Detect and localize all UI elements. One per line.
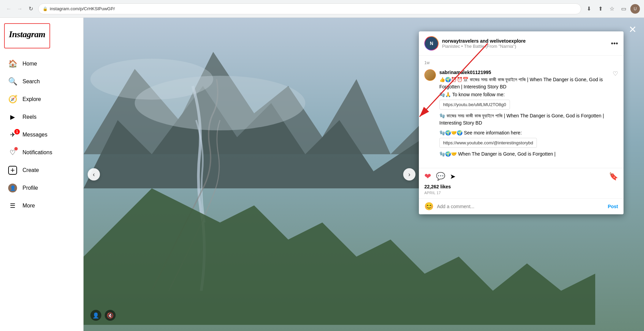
more-icon: ☰ <box>8 201 17 210</box>
sidebar-label-profile: Profile <box>23 185 38 191</box>
comment-follow: 🧤🙏 To know more follow me: <box>439 91 609 98</box>
comment-link-2[interactable]: https://www.youtube.com/@interestingstor… <box>439 138 537 148</box>
sidebar-label-reels: Reels <box>23 114 36 120</box>
messages-badge: 1 <box>14 129 20 134</box>
post-comments[interactable]: 1w sabrinamalek01121995 👍🌍⏰⏰📅 কাজের সময়… <box>419 56 624 168</box>
emoji-picker-button[interactable]: 😊 <box>424 202 434 211</box>
post-user-info: norwaytravelers and welivetoexplore Pian… <box>442 38 608 49</box>
post-actions: ❤ 💬 ➤ 🔖 22,262 likes APRIL 17 <box>419 168 624 199</box>
share-button[interactable]: ➤ <box>450 172 456 181</box>
sidebar-item-reels[interactable]: ▶ Reels <box>4 109 79 126</box>
tablet-button[interactable]: ▭ <box>619 4 628 14</box>
sidebar-item-create[interactable]: + Create <box>4 162 79 179</box>
chevron-left-icon: ‹ <box>93 171 95 178</box>
comment-item: sabrinamalek01121995 👍🌍⏰⏰📅 কাজের সময় কা… <box>424 69 618 158</box>
comment-input-area: 😊 Post <box>419 199 624 214</box>
browser-nav-buttons: ← → ↻ <box>4 4 35 14</box>
home-icon: 🏠 <box>8 59 17 68</box>
share-button[interactable]: ⬆ <box>596 4 605 14</box>
video-user-icon[interactable]: 👤 <box>90 310 101 321</box>
video-mute-icon[interactable]: 🔇 <box>105 310 116 321</box>
comment-emoji-icons: 👍🌍⏰⏰📅 <box>439 77 468 82</box>
comment-see-more: 🧤🌍🤝🌍 See more information here: <box>439 129 609 136</box>
sidebar-item-more[interactable]: ☰ More <box>4 197 79 214</box>
post-modal: N norwaytravelers and welivetoexplore Pi… <box>419 31 624 214</box>
sidebar-nav: 🏠 Home 🔍 Search 🧭 Explore ▶ Reels ✈ Mess… <box>4 55 79 215</box>
url-text: instagram.com/p/CrHKSlPuwGP/ <box>50 6 577 11</box>
lock-icon: 🔒 <box>43 6 48 11</box>
address-bar[interactable]: 🔒 instagram.com/p/CrHKSlPuwGP/ <box>38 3 581 14</box>
instagram-logo[interactable]: Instagram <box>4 23 50 48</box>
comment-link-1[interactable]: https://youtu.be/uMLMU2TO8g0 <box>439 100 510 110</box>
explore-icon: 🧭 <box>8 95 17 104</box>
comment-emojis: 👍🌍⏰⏰📅 কাজের সময় কাজী কাজ ফুরাইলে পাজি |… <box>439 76 609 90</box>
post-subtitle: Pianistec • The Battle (From "Narnia") <box>442 44 608 49</box>
logo-text: Instagram <box>9 29 45 39</box>
create-icon: + <box>8 166 17 175</box>
notifications-icon: ♡ <box>8 148 17 157</box>
sidebar-item-home[interactable]: 🏠 Home <box>4 55 79 72</box>
sidebar-label-more: More <box>23 203 35 209</box>
follow-text: 🧤🙏 To know more follow me: <box>439 92 505 97</box>
comment-avatar-image <box>425 70 436 81</box>
like-button[interactable]: ❤ <box>424 172 431 181</box>
browser-action-buttons: ⬇ ⬆ ☆ ▭ U <box>584 4 640 14</box>
back-button[interactable]: ← <box>4 4 14 14</box>
comment-more-bengali: 🧤 কাজের সময় কাজী কাজ ফুরাইলে পাজি | Whe… <box>439 112 609 127</box>
post-username[interactable]: norwaytravelers and welivetoexplore <box>442 38 608 44</box>
sidebar: Instagram 🏠 Home 🔍 Search 🧭 Explore ▶ Re… <box>0 18 84 331</box>
post-timestamp: 1w <box>424 60 618 65</box>
post-header: N norwaytravelers and welivetoexplore Pi… <box>419 31 624 56</box>
comment-avatar[interactable] <box>424 69 436 81</box>
prev-arrow[interactable]: ‹ <box>88 168 100 181</box>
sidebar-item-notifications[interactable]: ♡ Notifications <box>4 144 79 161</box>
action-icons-row: ❤ 💬 ➤ 🔖 <box>424 172 618 181</box>
comment-truncated: 🧤🌍🤝 When The Danger is Gone, God is Forg… <box>439 150 609 158</box>
svg-point-5 <box>90 59 213 100</box>
comment-input[interactable] <box>437 204 604 209</box>
profile-icon: 👤 <box>8 184 17 192</box>
comment-button[interactable]: 💬 <box>436 172 445 181</box>
sidebar-label-notifications: Notifications <box>23 149 52 156</box>
sidebar-item-explore[interactable]: 🧭 Explore <box>4 91 79 108</box>
reels-icon: ▶ <box>8 113 17 121</box>
sidebar-label-search: Search <box>23 78 40 85</box>
main-content: 👤 🔇 ‹ › ✕ N norwaytravelers and weliveto… <box>84 18 644 331</box>
comment-body: sabrinamalek01121995 👍🌍⏰⏰📅 কাজের সময় কা… <box>439 69 609 158</box>
post-avatar-inner: N <box>425 37 438 50</box>
bookmark-button[interactable]: ☆ <box>607 4 617 14</box>
save-button[interactable]: 🔖 <box>609 172 618 181</box>
likes-count: 22,262 likes <box>424 184 618 189</box>
comment-username[interactable]: sabrinamalek01121995 <box>439 70 491 75</box>
search-icon: 🔍 <box>8 77 17 86</box>
video-controls: 👤 🔇 <box>90 310 116 321</box>
sidebar-label-create: Create <box>23 167 39 173</box>
sidebar-label-messages: Messages <box>23 132 47 138</box>
post-comment-button[interactable]: Post <box>608 204 618 209</box>
sidebar-item-profile[interactable]: 👤 Profile <box>4 179 79 197</box>
browser-profile-avatar[interactable]: U <box>630 4 640 14</box>
more-options-button[interactable]: ••• <box>611 40 618 47</box>
reload-button[interactable]: ↻ <box>26 4 35 14</box>
close-button[interactable]: ✕ <box>626 23 639 35</box>
next-arrow[interactable]: › <box>403 168 415 181</box>
see-more-text: 🧤🌍🤝🌍 See more information here: <box>439 130 522 135</box>
post-date: APRIL 17 <box>424 191 618 195</box>
post-avatar: N <box>424 36 439 51</box>
forward-button[interactable]: → <box>15 4 25 14</box>
chevron-right-icon: › <box>408 171 410 178</box>
sidebar-item-messages[interactable]: ✈ Messages 1 <box>4 126 79 143</box>
download-button[interactable]: ⬇ <box>584 4 594 14</box>
comment-like-button[interactable]: ♡ <box>613 69 618 77</box>
sidebar-label-explore: Explore <box>23 96 41 102</box>
sidebar-item-search[interactable]: 🔍 Search <box>4 73 79 90</box>
sidebar-label-home: Home <box>23 61 37 67</box>
browser-chrome: ← → ↻ 🔒 instagram.com/p/CrHKSlPuwGP/ ⬇ ⬆… <box>0 0 644 18</box>
app-layout: Instagram 🏠 Home 🔍 Search 🧭 Explore ▶ Re… <box>0 18 644 331</box>
